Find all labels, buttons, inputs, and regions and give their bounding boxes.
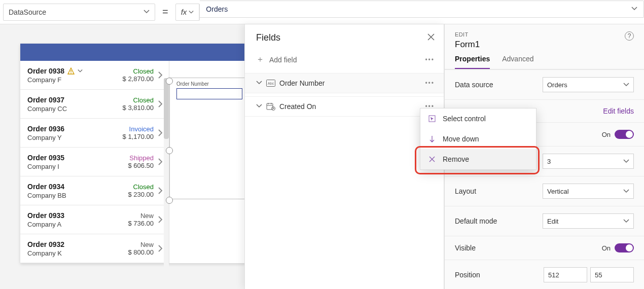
property-selector[interactable]: DataSource: [3, 4, 155, 21]
order-number-input[interactable]: [176, 88, 242, 99]
columns-select[interactable]: 3: [543, 154, 634, 169]
default-mode-select[interactable]: Edit: [543, 213, 634, 229]
company-name: Company BB: [27, 192, 128, 199]
order-number: Order 0938: [27, 67, 64, 75]
menu-move-down[interactable]: Move down: [420, 129, 536, 149]
field-item[interactable]: Created On •••: [245, 96, 444, 117]
field-type-icon: [266, 102, 275, 111]
formula-text: Orders: [206, 5, 228, 13]
add-field-button[interactable]: ＋ Add field: [256, 54, 297, 65]
order-amount: $ 736.00: [128, 220, 154, 227]
list-item[interactable]: Order 0933 Company A New $ 736.00: [20, 205, 169, 234]
tab-advanced[interactable]: Advanced: [502, 55, 533, 69]
company-name: Company I: [27, 163, 128, 170]
prop-label: Data source: [455, 81, 493, 89]
more-icon[interactable]: •••: [425, 80, 435, 87]
list-item[interactable]: Order 0937 Company CC Closed $ 3,810.00: [20, 90, 169, 119]
field-name: Created On: [279, 102, 425, 111]
company-name: Company CC: [27, 105, 123, 113]
toggle-label: On: [602, 131, 611, 138]
list-item[interactable]: Order 0935 Company I Shipped $ 606.50: [20, 148, 169, 176]
order-number: Order 0936: [27, 125, 64, 133]
fields-panel-title: Fields: [256, 32, 280, 43]
plus-icon: ＋: [256, 54, 264, 65]
add-field-label: Add field: [269, 56, 297, 64]
resize-handle[interactable]: [166, 197, 173, 204]
formula-input[interactable]: Orders: [200, 1, 644, 18]
orders-list: Order 0938 Company F Closed $ 2,870.00 O…: [20, 61, 169, 263]
visible-toggle[interactable]: [615, 243, 634, 252]
order-status: Closed: [123, 67, 154, 75]
prop-layout: Layout Vertical: [445, 176, 644, 206]
prop-label: Visible: [455, 244, 476, 252]
menu-select-control[interactable]: Select control: [420, 109, 536, 129]
field-item[interactable]: Abc Order Number •••: [245, 73, 444, 93]
order-number: Order 0937: [27, 96, 64, 104]
order-status: Closed: [128, 183, 154, 191]
list-item[interactable]: Order 0936 Company Y Invoiced $ 1,170.00: [20, 119, 169, 148]
order-status: Shipped: [128, 154, 154, 162]
prop-label: Layout: [455, 187, 476, 195]
tab-properties[interactable]: Properties: [455, 55, 490, 69]
list-item[interactable]: Order 0934 Company BB Closed $ 230.00: [20, 176, 169, 205]
order-status: New: [128, 241, 154, 248]
resize-handle[interactable]: [166, 78, 173, 85]
svg-rect-1: [70, 73, 71, 73]
order-amount: $ 606.50: [128, 162, 154, 169]
prop-data-source: Data source Orders: [445, 69, 644, 99]
order-amount: $ 1,170.00: [123, 133, 154, 140]
company-name: Company Y: [27, 134, 123, 141]
more-icon[interactable]: •••: [425, 56, 435, 63]
select-icon: [428, 115, 437, 122]
fx-icon: fx: [181, 8, 187, 16]
arrow-down-icon: [428, 135, 437, 142]
snap-toggle[interactable]: [615, 130, 634, 139]
prop-visible: Visible On: [445, 236, 644, 260]
order-status: New: [128, 212, 154, 220]
order-number: Order 0933: [27, 211, 64, 220]
chevron-right-icon: [158, 71, 163, 79]
x-icon: [428, 156, 437, 163]
scrollbar[interactable]: [164, 78, 169, 280]
menu-label: Move down: [443, 135, 479, 143]
data-source-select[interactable]: Orders: [543, 77, 634, 92]
position-y-input[interactable]: 55: [590, 267, 634, 282]
warning-icon: [67, 67, 75, 75]
menu-remove[interactable]: Remove: [420, 149, 536, 169]
order-status: Invoiced: [123, 125, 154, 133]
control-name: Form1: [455, 40, 480, 50]
order-amount: $ 800.00: [128, 248, 154, 256]
help-icon[interactable]: ?: [625, 31, 634, 41]
order-number: Order 0934: [27, 183, 64, 191]
edit-fields-link[interactable]: Edit fields: [603, 107, 634, 115]
order-amount: $ 3,810.00: [123, 104, 154, 112]
menu-label: Select control: [443, 115, 486, 123]
layout-select[interactable]: Vertical: [543, 184, 634, 199]
position-x-input[interactable]: 512: [544, 267, 587, 282]
resize-handle[interactable]: [166, 147, 173, 154]
chevron-right-icon: [158, 129, 163, 137]
toggle-label: On: [602, 244, 611, 252]
order-number: Order 0935: [27, 154, 64, 162]
list-item[interactable]: Order 0932 Company K New $ 800.00: [20, 234, 169, 263]
close-icon[interactable]: [427, 33, 435, 43]
chevron-down-icon: [144, 8, 150, 16]
company-name: Company K: [27, 249, 128, 257]
order-amount: $ 230.00: [128, 191, 154, 198]
equals-sign: =: [158, 6, 172, 18]
company-name: Company A: [27, 221, 128, 228]
prop-label: Position: [455, 271, 480, 279]
chevron-right-icon: [158, 100, 163, 108]
main-area: Northwind Orders Order 0938 Company F Cl…: [0, 24, 644, 289]
chevron-right-icon: [158, 244, 163, 252]
fx-dropdown[interactable]: fx: [175, 4, 200, 21]
chevron-down-icon: [256, 79, 262, 88]
svg-rect-0: [70, 70, 71, 72]
field-label: Order Number: [176, 81, 242, 87]
prop-label: Default mode: [455, 217, 497, 225]
order-number-card[interactable]: Order Number: [176, 81, 242, 99]
svg-rect-4: [267, 103, 273, 110]
svg-text:Abc: Abc: [268, 82, 274, 85]
list-item[interactable]: Order 0938 Company F Closed $ 2,870.00: [20, 61, 169, 90]
order-status: Closed: [123, 96, 154, 104]
